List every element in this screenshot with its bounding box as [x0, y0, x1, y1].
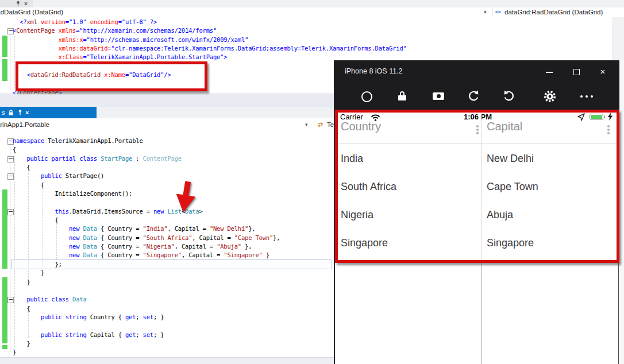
code-line: }; — [13, 260, 280, 269]
code-line: { — [13, 163, 280, 172]
lock-icon[interactable] — [395, 89, 410, 104]
element-dropdown-value: RadDataGrid (DataGrid) — [0, 7, 63, 17]
code-line: <?xml version="1.0" encoding="utf-8" ?> — [13, 18, 407, 26]
rotate-right-icon[interactable] — [502, 89, 517, 104]
code-line: namespace TelerikXamarinApp1.Portable — [13, 137, 280, 145]
tab-title: s — [2, 107, 5, 118]
xaml-document-tab[interactable]: × — [0, 0, 33, 7]
annotation-box-grid — [335, 110, 619, 263]
code-line: } — [13, 339, 280, 348]
code-line: public string Capital { get; set; } — [13, 331, 280, 339]
code-line — [13, 198, 280, 207]
column-divider — [482, 263, 482, 364]
simulator-window-title: iPhone 8 iOS 11.2 — [345, 67, 403, 75]
code-line: public class Data — [13, 295, 280, 304]
type-dropdown[interactable]: TelerikXamarinApp1.Portable — [0, 118, 303, 131]
cs-document-tab[interactable]: s × — [0, 107, 97, 118]
outline-line — [10, 33, 10, 90]
code-line: new Data { Country = "India", Capital = … — [13, 224, 280, 233]
code-line: public string Country { get; set; } — [13, 313, 280, 322]
code-line: this.DataGrid.ItemsSource = new List<Dat… — [13, 207, 280, 216]
member-icon: ⇄ — [318, 118, 323, 131]
home-circle-icon[interactable] — [359, 89, 374, 104]
code-line: } — [13, 348, 280, 357]
xml-tag-icon: <> — [495, 7, 500, 17]
code-line: public StartPage() — [13, 172, 280, 180]
breadcrumb-divider — [314, 119, 314, 130]
code-line: InitializeComponent(); — [13, 189, 280, 198]
vertical-scrollbar[interactable] — [613, 17, 624, 60]
code-line: } — [13, 269, 280, 277]
more-ellipsis-icon[interactable] — [580, 95, 598, 98]
code-line: xmlns:x="http://schemas.microsoft.com/wi… — [13, 36, 407, 44]
cs-tab-strip: s × — [0, 107, 334, 118]
background-strip — [619, 60, 624, 364]
simulator-toolbar — [334, 83, 619, 110]
close-button[interactable]: × — [594, 60, 611, 83]
screenshot-root: × RadDataGrid (DataGrid) ▾ <> dataGrid:R… — [0, 0, 624, 364]
xaml-tab-strip: × — [0, 0, 624, 7]
chevron-down-icon[interactable]: ▾ — [484, 7, 487, 17]
code-line: <ContentPage xmlns="http://xamarin.com/s… — [13, 26, 407, 35]
maximize-button[interactable] — [568, 60, 585, 83]
annotation-arrow-icon — [172, 180, 199, 214]
rotate-left-icon[interactable] — [467, 89, 482, 104]
code-line: new Data { Country = "Singapore", Capita… — [13, 251, 280, 260]
close-icon[interactable]: × — [24, 0, 28, 7]
minimize-button[interactable] — [541, 60, 558, 83]
code-line: } — [13, 278, 280, 286]
change-bar — [2, 345, 7, 349]
xaml-navigation-bar: RadDataGrid (DataGrid) ▾ <> dataGrid:Rad… — [0, 7, 624, 18]
change-bar — [2, 36, 7, 57]
code-line: { — [13, 216, 280, 224]
code-line: { — [13, 304, 280, 313]
code-line — [13, 322, 280, 330]
annotation-box-xaml — [16, 61, 207, 91]
lock-icon — [7, 109, 14, 116]
code-line — [13, 286, 280, 295]
camera-icon[interactable] — [431, 89, 446, 104]
code-line: new Data { Country = "South Africa", Cap… — [13, 234, 280, 242]
change-bar — [2, 59, 7, 81]
simulator-titlebar[interactable]: iPhone 8 iOS 11.2 × — [334, 60, 619, 83]
element-dropdown[interactable]: RadDataGrid (DataGrid) — [0, 7, 482, 17]
code-line: new Data { Country = "Nigeria", Capital … — [13, 242, 280, 251]
horizontal-scrollbar[interactable] — [0, 357, 334, 364]
type-dropdown-value: TelerikXamarinApp1.Portable — [0, 118, 49, 131]
breadcrumb-divider — [492, 8, 492, 17]
change-bar — [2, 189, 7, 269]
close-icon[interactable]: × — [25, 107, 29, 118]
code-line: xmlns:dataGrid="clr-namespace:Telerik.Xa… — [13, 44, 407, 53]
tag-dropdown-value[interactable]: dataGrid:RadDataGrid (DataGrid) — [504, 7, 619, 17]
code-line: public partial class StartPage : Content… — [13, 154, 280, 163]
code-line: { — [13, 145, 280, 154]
cs-code-block: namespace TelerikXamarinApp1.Portable{ p… — [13, 137, 280, 357]
code-line: { — [13, 181, 280, 189]
pin-icon[interactable] — [15, 1, 21, 7]
chevron-down-icon[interactable]: ▾ — [305, 118, 308, 131]
settings-gear-icon[interactable] — [542, 89, 557, 104]
pin-icon[interactable] — [17, 109, 24, 116]
cs-navigation-bar: TelerikXamarinApp1.Portable ▾ ⇄ Tele — [0, 118, 334, 132]
change-bar — [2, 277, 7, 343]
member-dropdown-value[interactable]: Tele — [327, 118, 334, 131]
